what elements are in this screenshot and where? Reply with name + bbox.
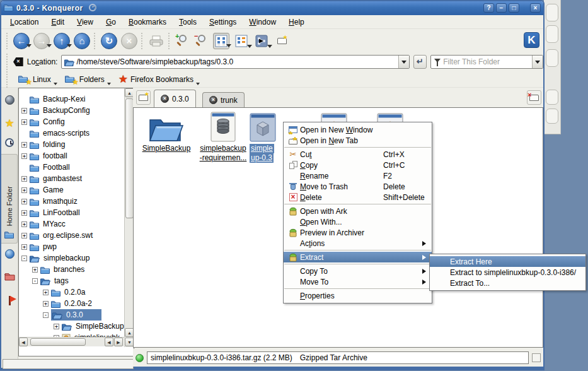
tree-item-folding[interactable]: +folding: [19, 139, 124, 150]
tree-item-gambastest[interactable]: +gambastest: [19, 173, 124, 184]
back-button[interactable]: ←: [13, 33, 30, 49]
location-combobox[interactable]: /home/steve/Software/simplebackup/tags/0…: [61, 55, 409, 69]
background-window-button[interactable]: [546, 25, 558, 43]
menu-item-extract[interactable]: Extract: [284, 252, 432, 262]
scroll-right-button[interactable]: ▶: [114, 338, 123, 346]
home-button[interactable]: ⌂: [74, 33, 90, 49]
tree-item-0.3.0[interactable]: -0.3.0: [19, 309, 124, 321]
tree-view-button[interactable]: [253, 33, 270, 49]
tree-item-football[interactable]: +football: [19, 150, 124, 162]
help-button[interactable]: ?: [483, 3, 494, 13]
tab-trunk[interactable]: × trunk: [202, 92, 245, 107]
icon-view-button[interactable]: [213, 33, 229, 49]
file-simplebackup[interactable]: SimpleBackup: [137, 110, 195, 153]
menu-item-cut[interactable]: ✂CutCtrl+X: [284, 149, 432, 160]
tree-horizontal-scrollbar[interactable]: ◀ ◀ ▶: [19, 337, 125, 346]
expand-icon[interactable]: +: [21, 119, 27, 125]
expand-icon[interactable]: +: [21, 244, 27, 250]
minimize-button[interactable]: −: [496, 3, 507, 13]
tree-item-0.2.0a-2[interactable]: +0.2.0a-2: [19, 298, 124, 309]
background-window-button[interactable]: [546, 109, 558, 124]
tree-item-simplebackup[interactable]: -simplebackup: [19, 252, 124, 264]
tree-item-football[interactable]: Football: [19, 162, 124, 173]
menu-window[interactable]: Window: [243, 16, 282, 28]
expand-icon[interactable]: +: [21, 108, 27, 114]
tree-item-0.2.0a[interactable]: +0.2.0a: [19, 286, 124, 298]
tree-item-pwp[interactable]: +pwp: [19, 241, 124, 252]
expand-icon[interactable]: +: [21, 176, 27, 182]
toolbar-handle[interactable]: [6, 54, 8, 70]
bookmark-linux[interactable]: ★ Linux: [18, 74, 56, 84]
expand-icon[interactable]: +: [21, 210, 27, 216]
toolbar-handle[interactable]: [6, 33, 8, 49]
menu-item-move-to-trash[interactable]: Move to TrashDelete: [284, 181, 432, 192]
tree-item-game[interactable]: +Game: [19, 184, 124, 196]
resize-grip[interactable]: [532, 353, 541, 362]
zoom-out-button[interactable]: −: [194, 33, 209, 49]
reload-button[interactable]: ↻: [101, 33, 117, 49]
location-dropdown-button[interactable]: [398, 56, 409, 68]
tab-0.3.0[interactable]: × 0.3.0: [154, 90, 196, 107]
menu-item-copy-to[interactable]: Copy To: [284, 266, 432, 276]
sidebar-bookmarks-button[interactable]: ★: [1, 117, 18, 130]
collapse-icon[interactable]: -: [32, 278, 38, 284]
background-window-button[interactable]: [546, 90, 558, 105]
up-button[interactable]: ↑: [54, 33, 70, 49]
tree-vertical-scrollbar[interactable]: ▲ ▲ ▼: [124, 88, 134, 347]
collapse-icon[interactable]: -: [43, 312, 49, 318]
tree-item-org.eclipse.swt[interactable]: +org.eclipse.swt: [19, 230, 124, 241]
menu-item-preview-in-archiver[interactable]: Preview in Archiver: [284, 227, 432, 238]
new-tab-tool-button[interactable]: ★: [274, 33, 290, 49]
menu-item-rename[interactable]: RenameF2: [284, 170, 432, 181]
forward-button[interactable]: →: [33, 33, 50, 49]
expand-icon[interactable]: +: [21, 199, 27, 204]
expand-icon[interactable]: +: [21, 233, 27, 238]
tree-item-emacs-scripts[interactable]: emacs-scripts: [19, 127, 124, 139]
multicolumn-view-button[interactable]: [233, 33, 250, 49]
sidebar-network-button[interactable]: [1, 249, 18, 261]
expand-icon[interactable]: +: [21, 142, 27, 148]
close-button[interactable]: ×: [530, 3, 541, 13]
menu-go[interactable]: Go: [100, 16, 122, 28]
zoom-in-button[interactable]: +: [175, 33, 190, 49]
menu-item-open-in-new-tab[interactable]: Open in New Tab: [284, 135, 432, 146]
tree-item-backup-kexi[interactable]: Backup-Kexi: [19, 93, 124, 105]
expand-icon[interactable]: +: [32, 267, 38, 273]
scrollbar-thumb[interactable]: [30, 338, 86, 346]
menu-item-copy[interactable]: CopyCtrl+C: [284, 160, 432, 170]
collapse-icon[interactable]: -: [21, 256, 27, 261]
tree-item-tags[interactable]: -tags: [19, 275, 124, 286]
tree-item-config[interactable]: +Config: [19, 116, 124, 127]
new-tab-button[interactable]: ★: [136, 90, 151, 105]
expand-icon[interactable]: +: [21, 153, 27, 159]
sidebar-web-button[interactable]: [1, 95, 18, 107]
menu-help[interactable]: Help: [282, 16, 311, 28]
sidebar-home-folder-tab[interactable]: Home Folder: [1, 154, 18, 244]
background-window-button[interactable]: [546, 49, 558, 67]
menu-item-open-in-new-window[interactable]: Open in New Window: [284, 124, 432, 135]
scroll-left-button[interactable]: ◀: [105, 338, 113, 346]
location-path[interactable]: /home/steve/Software/simplebackup/tags/0…: [76, 57, 398, 66]
maximize-button[interactable]: □: [509, 3, 519, 13]
tree-item-backupconfig[interactable]: +BackupConfig: [19, 105, 124, 116]
filter-combobox[interactable]: Filter This Folder: [430, 55, 543, 69]
menu-item-move-to[interactable]: Move To: [284, 276, 432, 287]
tree-item-simplebackup[interactable]: +SimpleBackup: [19, 321, 124, 332]
sidebar-root-folder-button[interactable]: [1, 272, 18, 283]
titlebar[interactable]: 0.3.0 - Konqueror ? − □ ×: [1, 1, 543, 15]
filter-dropdown-button[interactable]: [532, 56, 543, 68]
menu-item-extract-here[interactable]: Extract Here: [430, 256, 585, 267]
expand-icon[interactable]: +: [43, 290, 49, 295]
scroll-left-button[interactable]: ◀: [19, 338, 28, 346]
menu-view[interactable]: View: [71, 16, 100, 28]
tree-item-myacc[interactable]: +MYacc: [19, 218, 124, 230]
sidebar-history-button[interactable]: [1, 138, 18, 149]
menu-item-extract-to...[interactable]: Extract To...: [430, 278, 585, 288]
menu-edit[interactable]: Edit: [45, 16, 71, 28]
kde-logo[interactable]: K: [524, 32, 539, 48]
close-tab-button[interactable]: ×: [527, 90, 541, 105]
file-simplebackup-requiremen...[interactable]: simplebackup-requiremen...: [194, 110, 252, 163]
expand-icon[interactable]: +: [43, 301, 49, 307]
filter-placeholder[interactable]: Filter This Folder: [443, 57, 532, 66]
sidebar-services-button[interactable]: [1, 296, 18, 307]
